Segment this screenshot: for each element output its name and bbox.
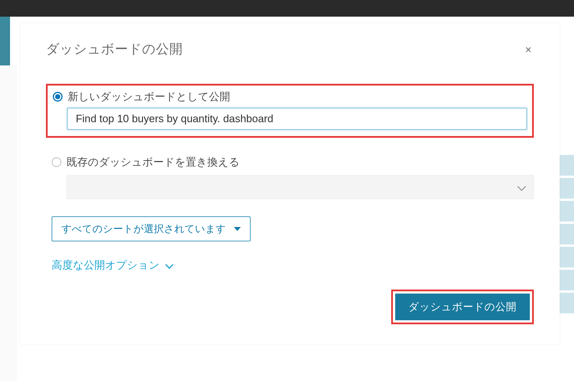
publish-dashboard-modal: ダッシュボードの公開 × 新しいダッシュボードとして公開 既存のダッシュボードを… (20, 23, 560, 344)
advanced-options-link[interactable]: 高度な公開オプション (52, 258, 173, 272)
radio-replace-existing[interactable] (52, 157, 61, 167)
publish-new-radio-row[interactable]: 新しいダッシュボードとして公開 (53, 90, 527, 104)
chevron-down-icon (517, 185, 525, 189)
modal-title: ダッシュボードの公開 (46, 40, 183, 58)
modal-header: ダッシュボードの公開 × (46, 40, 534, 58)
chevron-down-icon (166, 263, 173, 267)
sheets-dropdown-label: すべてのシートが選択されています (61, 222, 226, 236)
publish-button-highlight: ダッシュボードの公開 (391, 290, 534, 324)
publish-new-label: 新しいダッシュボードとして公開 (68, 90, 230, 104)
modal-footer: ダッシュボードの公開 (46, 290, 534, 324)
modal-backdrop: ダッシュボードの公開 × 新しいダッシュボードとして公開 既存のダッシュボードを… (0, 0, 574, 392)
publish-dashboard-button[interactable]: ダッシュボードの公開 (395, 294, 530, 320)
close-icon[interactable]: × (523, 43, 534, 56)
dashboard-name-input[interactable] (67, 108, 527, 130)
sheets-selection-dropdown[interactable]: すべてのシートが選択されています (52, 216, 251, 241)
radio-publish-new[interactable] (53, 92, 63, 102)
replace-existing-label: 既存のダッシュボードを置き換える (67, 155, 240, 169)
replace-existing-radio-row[interactable]: 既存のダッシュボードを置き換える (52, 155, 534, 169)
replace-existing-section: 既存のダッシュボードを置き換える (46, 155, 534, 199)
triangle-down-icon (234, 227, 241, 231)
replace-dashboard-select[interactable] (67, 175, 534, 199)
publish-new-highlight: 新しいダッシュボードとして公開 (46, 84, 534, 138)
advanced-options-label: 高度な公開オプション (52, 258, 160, 272)
